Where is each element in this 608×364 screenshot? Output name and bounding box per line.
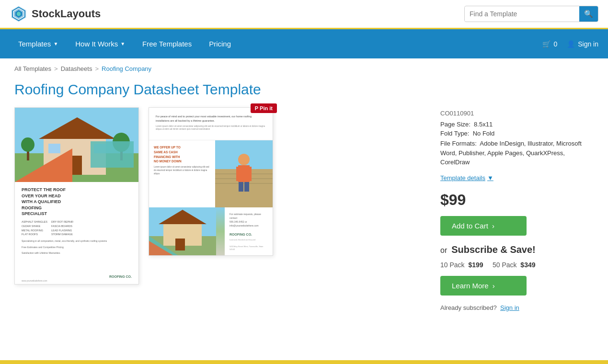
svg-rect-23	[236, 167, 242, 181]
front-photo-area	[15, 108, 138, 182]
back-template-preview[interactable]: For peace of mind and to protect your mo…	[149, 107, 273, 256]
product-id: CO0110901	[440, 110, 594, 117]
back-mid-image	[215, 140, 273, 207]
front-para-1: Specializing in all composition, metal, …	[22, 239, 132, 243]
logo-text: StockLayouts	[32, 8, 101, 20]
pack-50-label: 50 Pack	[493, 261, 517, 269]
svg-rect-26	[244, 182, 249, 192]
pack-10-label: 10 Pack	[440, 261, 465, 269]
front-url: www.yourwebsitehere.com	[22, 280, 47, 282]
cart-button[interactable]: 🛒 0	[542, 40, 557, 48]
svg-rect-24	[246, 167, 252, 181]
search-input[interactable]	[465, 7, 579, 21]
logo-icon	[10, 5, 28, 23]
front-teal-block	[91, 141, 134, 168]
chevron-down-icon: ▼	[53, 41, 58, 46]
pin-label: Pin it	[260, 105, 273, 111]
fold-type-value: No Fold	[473, 130, 495, 137]
pinterest-button[interactable]: P Pin it	[251, 103, 277, 113]
nav-left: Templates ▼ How It Works ▼ Free Template…	[10, 29, 542, 58]
add-to-cart-button[interactable]: Add to Cart ›	[440, 216, 527, 236]
svg-rect-31	[175, 239, 185, 250]
nav-right: 🛒 0 👤 Sign in	[542, 40, 598, 48]
learn-more-button[interactable]: Learn More ›	[440, 276, 527, 296]
file-formats-spec: File Formats: Adobe InDesign, Illustrato…	[440, 139, 594, 167]
page-size-value: 8.5x11	[474, 121, 493, 128]
front-para-2: Free Estimates and Competitive Pricing	[22, 246, 132, 250]
nav-item-pricing[interactable]: Pricing	[200, 29, 240, 58]
arrow-right-icon: ›	[493, 282, 495, 290]
front-services: ASPHALT SHINGLESCEDAR SHAKEMETAL ROOFING…	[22, 220, 132, 237]
template-details-link[interactable]: Template details ▼	[440, 174, 594, 182]
content-area: PROTECT THE ROOFOVER YOUR HEADWITH A QUA…	[0, 107, 608, 326]
cart-count: 0	[553, 40, 557, 48]
signin-button[interactable]: 👤 Sign in	[567, 40, 598, 48]
nav-label-free-templates: Free Templates	[142, 40, 192, 48]
pin-icon: P	[255, 105, 258, 111]
page-title: Roofing Company Datasheet Template	[0, 79, 608, 107]
main-nav: Templates ▼ How It Works ▼ Free Template…	[0, 29, 608, 58]
template-details-label: Template details	[440, 174, 485, 182]
chevron-down-icon: ▼	[487, 174, 493, 182]
page-size-spec: Page Size: 8.5x11	[440, 121, 594, 128]
front-preview-wrapper: PROTECT THE ROOFOVER YOUR HEADWITH A QUA…	[14, 107, 139, 311]
add-to-cart-label: Add to Cart	[452, 222, 488, 230]
sign-in-link[interactable]: Sign in	[500, 304, 519, 311]
arrow-right-icon: ›	[492, 222, 494, 230]
pack-10-price: $199	[468, 261, 483, 269]
back-mid-text: WE OFFER UP TOSAME AS CASHFINANCING WITH…	[149, 140, 215, 207]
back-logo: ROOFING CO.	[229, 232, 268, 238]
pack-prices: 10 Pack $199 50 Pack $349	[440, 261, 594, 269]
breadcrumb-all-templates[interactable]: All Templates	[14, 65, 51, 72]
back-section-bottom: For estimate requests, please contact555…	[149, 207, 273, 255]
worker-illustration	[215, 140, 273, 207]
user-icon: 👤	[567, 40, 575, 48]
learn-more-label: Learn More	[452, 282, 489, 290]
breadcrumb-current: Roofing Company	[102, 65, 151, 72]
or-label: or	[440, 246, 447, 254]
svg-rect-25	[239, 182, 243, 192]
search-bar[interactable]: 🔍	[464, 6, 598, 22]
front-orange-triangle	[15, 148, 72, 182]
product-info-panel: CO0110901 Page Size: 8.5x11 Fold Type: N…	[440, 107, 594, 311]
back-section-mid: WE OFFER UP TOSAME AS CASHFINANCING WITH…	[149, 140, 273, 207]
breadcrumb: All Templates > Datasheets > Roofing Com…	[0, 58, 608, 79]
nav-label-how-it-works: How It Works	[75, 40, 118, 48]
nav-label-pricing: Pricing	[209, 40, 231, 48]
back-preview-wrapper: P Pin it For peace of mind and to protec…	[149, 107, 273, 311]
page-size-label: Page Size:	[440, 121, 470, 128]
front-template-preview[interactable]: PROTECT THE ROOFOVER YOUR HEADWITH A QUA…	[14, 107, 139, 284]
front-para-3: Satisfaction with Lifetime Warranties	[22, 251, 132, 255]
fold-type-label: Fold Type:	[440, 130, 469, 137]
breadcrumb-datasheets[interactable]: Datasheets	[61, 65, 92, 72]
already-subscribed-text: Already subscribed? Sign in	[440, 304, 594, 311]
back-house-illustration	[149, 207, 216, 255]
service-col-2: DRY ROT REPAIRFASCIA BOARDSLEAD FLASHING…	[51, 220, 73, 237]
pack-50-price: $349	[520, 261, 535, 269]
nav-label-templates: Templates	[18, 40, 51, 48]
fold-type-spec: Fold Type: No Fold	[440, 130, 594, 137]
nav-item-how-it-works[interactable]: How It Works ▼	[67, 29, 134, 58]
svg-point-21	[238, 154, 250, 165]
nav-item-free-templates[interactable]: Free Templates	[134, 29, 200, 58]
signin-label: Sign in	[578, 40, 598, 48]
back-bottom-image	[149, 207, 225, 255]
breadcrumb-sep-1: >	[54, 65, 58, 72]
back-bottom-text: For estimate requests, please contact555…	[225, 207, 273, 255]
service-col-1: ASPHALT SHINGLESCEDAR SHAKEMETAL ROOFING…	[22, 220, 47, 237]
front-logo: ROOFING CO.	[109, 275, 132, 278]
search-button[interactable]: 🔍	[579, 6, 598, 22]
top-header: StockLayouts 🔍	[0, 0, 608, 29]
file-formats-label: File Formats:	[440, 140, 477, 147]
subscribe-text: or Subscribe & Save!	[440, 244, 594, 255]
nav-item-templates[interactable]: Templates ▼	[10, 29, 67, 58]
breadcrumb-sep-2: >	[95, 65, 99, 72]
cart-icon: 🛒	[542, 40, 551, 48]
subscribe-save-label: Subscribe & Save!	[451, 244, 536, 255]
chevron-down-icon: ▼	[120, 41, 125, 46]
already-subscribed-label: Already subscribed?	[440, 304, 497, 311]
product-price: $99	[440, 191, 594, 209]
logo-area[interactable]: StockLayouts	[10, 5, 101, 23]
front-headline: PROTECT THE ROOFOVER YOUR HEADWITH A QUA…	[22, 187, 132, 217]
front-body: PROTECT THE ROOFOVER YOUR HEADWITH A QUA…	[15, 182, 138, 262]
